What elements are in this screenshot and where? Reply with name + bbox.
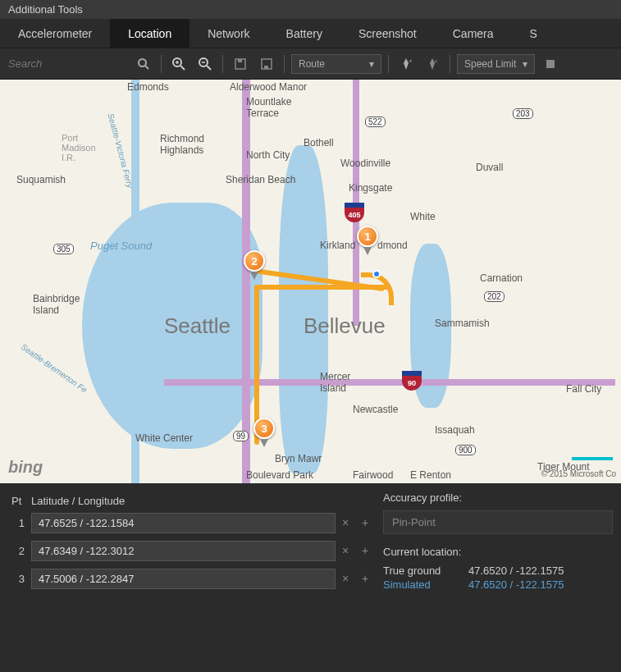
svg-rect-15 (546, 60, 555, 68)
current-location-label: Current location: (383, 546, 613, 558)
place-duvall: Duvall (476, 162, 503, 173)
place-seattle: Seattle (164, 313, 231, 339)
place-bainbridge: Bainbridge Island (33, 293, 80, 316)
add-point-icon[interactable]: + (355, 541, 375, 560)
place-brynmawr: Bryn Mawr (275, 453, 322, 464)
place-rh: Richmond Highlands (160, 133, 204, 156)
place-kingsgate: Kingsgate (349, 182, 392, 194)
place-whitecenter: White Center (135, 432, 193, 444)
accuracy-profile-dropdown[interactable]: Pin-Point (383, 510, 613, 534)
place-fallcity: Fall City (566, 383, 601, 395)
point-row: 1 × + (8, 510, 375, 535)
tab-screenshot[interactable]: Screenshot (340, 19, 435, 48)
shield-i90: 90 (402, 371, 422, 391)
points-panel: Pt Latitude / Longitude 1 × + 2 × + 3 × … (8, 491, 375, 658)
shield-522: 522 (365, 117, 386, 127)
zoom-out-icon[interactable] (194, 53, 216, 75)
tab-battery[interactable]: Battery (268, 19, 340, 48)
simulated-value: 47.6520 / -122.1575 (468, 578, 564, 591)
title-bar: Additional Tools (0, 0, 621, 19)
delete-point-icon[interactable]: × (336, 569, 355, 588)
simulated-label: Simulated (383, 578, 457, 591)
place-suquamish: Suquamish (16, 174, 66, 185)
tab-accelerometer[interactable]: Accelerometer (0, 19, 110, 48)
place-woodinville: Woodinville (340, 158, 390, 169)
bing-logo: bing (8, 458, 43, 477)
place-alderwood: Alderwood Manor (230, 81, 307, 93)
add-pin-icon[interactable]: + (395, 53, 417, 75)
route-mode-dropdown[interactable]: Route ▾ (291, 54, 381, 74)
svg-point-0 (139, 59, 146, 66)
separator (388, 55, 389, 73)
bottom-panels: Pt Latitude / Longitude 1 × + 2 × + 3 × … (0, 483, 621, 666)
svg-text:+: + (409, 57, 413, 65)
shield-202: 202 (484, 291, 505, 302)
add-point-icon[interactable]: + (355, 569, 375, 588)
separator (284, 55, 285, 73)
tab-network[interactable]: Network (189, 19, 267, 48)
place-issaquah: Issaquah (435, 424, 475, 436)
zoom-in-icon[interactable] (168, 53, 189, 75)
add-point-icon[interactable]: + (355, 513, 375, 533)
accuracy-panel: Accuracy profile: Pin-Point Current loca… (383, 491, 613, 658)
place-redmond: dmond (377, 240, 408, 251)
delete-point-icon[interactable]: × (336, 541, 355, 560)
map-view[interactable]: Seattle Bellevue Kirkland dmond Sammamis… (0, 80, 621, 483)
shield-900: 900 (455, 445, 476, 455)
place-mountlake: Mountlake Terrace (246, 96, 291, 119)
map-pin-1[interactable]: 1 (357, 226, 378, 255)
place-white: White (410, 211, 436, 222)
svg-rect-12 (264, 66, 268, 69)
accuracy-profile-label: Accuracy profile: (383, 491, 613, 504)
place-fairwood: Fairwood (353, 469, 393, 481)
point-coord-input[interactable] (31, 541, 336, 561)
load-route-icon[interactable] (256, 53, 277, 75)
tab-location[interactable]: Location (110, 19, 189, 48)
svg-line-7 (207, 66, 211, 70)
separator (450, 55, 450, 73)
place-bellevue: Bellevue (304, 313, 386, 339)
place-carnation: Carnation (480, 272, 523, 284)
speed-limit-dropdown[interactable]: Speed Limit ▾ (457, 54, 535, 74)
shield-203: 203 (513, 108, 533, 119)
map-pin-2[interactable]: 2 (244, 250, 265, 280)
point-coord-input[interactable] (31, 513, 336, 533)
point-index: 2 (8, 545, 31, 557)
simulated-row: Simulated 47.6520 / -122.1575 (383, 578, 613, 591)
point-index: 1 (8, 517, 31, 529)
play-icon[interactable] (540, 53, 561, 75)
separator (161, 55, 162, 73)
place-blvdpark: Boulevard Park (246, 469, 313, 481)
map-pin-3[interactable]: 3 (253, 418, 275, 447)
place-northcity: North City (246, 149, 290, 161)
delete-point-icon[interactable]: × (336, 513, 355, 533)
place-sammamish: Sammamish (435, 318, 490, 329)
place-erenton: E Renton (410, 469, 451, 481)
tab-more[interactable]: S (512, 19, 555, 48)
place-sheridan: Sheridan Beach (226, 174, 295, 185)
toolbar: Route ▾ + × Speed Limit ▾ (0, 48, 621, 80)
current-location-dot (372, 270, 381, 278)
tab-strip: Accelerometer Location Network Battery S… (0, 19, 621, 48)
svg-line-3 (180, 66, 185, 70)
speed-limit-label: Speed Limit (464, 58, 516, 70)
map-copyright: © 2015 Microsoft Co (541, 469, 616, 478)
search-input[interactable] (5, 54, 128, 73)
points-header: Pt Latitude / Longitude (8, 491, 375, 510)
true-ground-row: True ground 47.6520 / -122.1575 (383, 565, 613, 577)
scale-bar (572, 457, 613, 460)
chevron-down-icon: ▾ (369, 58, 374, 70)
remove-pin-icon[interactable]: × (422, 53, 443, 75)
chevron-down-icon: ▾ (523, 58, 527, 70)
point-row: 2 × + (8, 538, 375, 563)
place-bothell: Bothell (304, 137, 334, 149)
true-ground-value: 47.6520 / -122.1575 (468, 565, 564, 577)
tab-camera[interactable]: Camera (435, 19, 512, 48)
save-route-icon[interactable] (230, 53, 251, 75)
col-coord-header: Latitude / Longitude (31, 495, 125, 507)
true-ground-label: True ground (383, 565, 457, 577)
point-coord-input[interactable] (31, 569, 336, 589)
separator (222, 55, 223, 73)
search-icon[interactable] (133, 53, 154, 75)
window-title: Additional Tools (8, 3, 83, 16)
